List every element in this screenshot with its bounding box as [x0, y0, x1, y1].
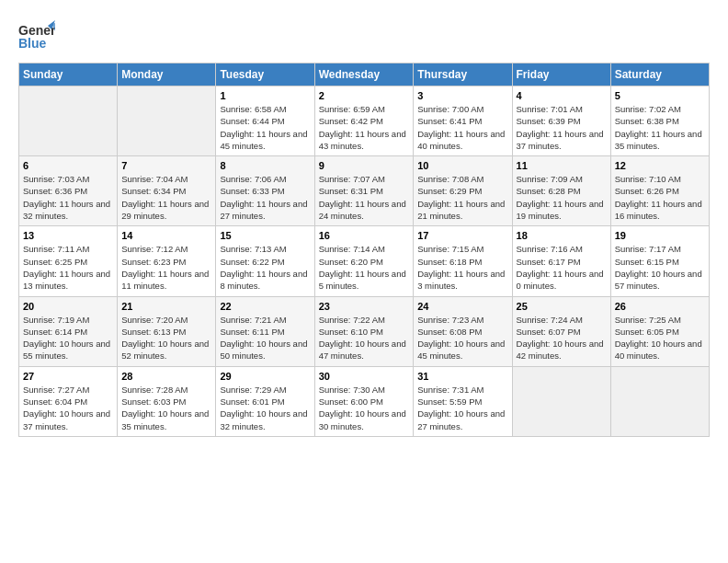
day-info: Sunrise: 7:30 AM Sunset: 6:00 PM Dayligh…	[319, 384, 410, 432]
calendar-cell	[512, 366, 610, 436]
day-number: 4	[517, 90, 607, 101]
day-info: Sunrise: 7:13 AM Sunset: 6:22 PM Dayligh…	[220, 243, 310, 292]
day-number: 23	[319, 301, 410, 312]
week-row-1: 1Sunrise: 6:58 AM Sunset: 6:44 PM Daylig…	[19, 86, 710, 156]
logo: General Blue	[18, 18, 51, 55]
day-number: 22	[220, 301, 310, 312]
calendar-cell: 21Sunrise: 7:20 AM Sunset: 6:13 PM Dayli…	[118, 296, 216, 366]
calendar-cell: 30Sunrise: 7:30 AM Sunset: 6:00 PM Dayli…	[314, 366, 414, 436]
day-info: Sunrise: 7:28 AM Sunset: 6:03 PM Dayligh…	[121, 384, 211, 432]
day-number: 31	[417, 371, 507, 382]
day-info: Sunrise: 7:04 AM Sunset: 6:34 PM Dayligh…	[121, 173, 211, 222]
day-number: 11	[517, 160, 607, 171]
day-info: Sunrise: 7:27 AM Sunset: 6:04 PM Dayligh…	[23, 384, 113, 432]
day-info: Sunrise: 6:59 AM Sunset: 6:42 PM Dayligh…	[319, 103, 410, 152]
calendar-cell: 23Sunrise: 7:22 AM Sunset: 6:10 PM Dayli…	[314, 296, 414, 366]
calendar-cell: 4Sunrise: 7:01 AM Sunset: 6:39 PM Daylig…	[512, 86, 610, 156]
day-info: Sunrise: 7:20 AM Sunset: 6:13 PM Dayligh…	[121, 314, 211, 362]
calendar-cell: 5Sunrise: 7:02 AM Sunset: 6:38 PM Daylig…	[610, 86, 709, 156]
day-info: Sunrise: 7:17 AM Sunset: 6:15 PM Dayligh…	[615, 243, 705, 292]
calendar-cell: 29Sunrise: 7:29 AM Sunset: 6:01 PM Dayli…	[216, 366, 314, 436]
day-number: 26	[615, 301, 705, 312]
day-info: Sunrise: 7:15 AM Sunset: 6:18 PM Dayligh…	[417, 243, 507, 292]
day-info: Sunrise: 7:24 AM Sunset: 6:07 PM Dayligh…	[517, 314, 607, 362]
day-info: Sunrise: 7:23 AM Sunset: 6:08 PM Dayligh…	[417, 314, 507, 362]
day-number: 19	[615, 230, 705, 241]
day-info: Sunrise: 7:29 AM Sunset: 6:01 PM Dayligh…	[220, 384, 310, 432]
day-number: 20	[23, 301, 113, 312]
calendar-cell: 12Sunrise: 7:10 AM Sunset: 6:26 PM Dayli…	[610, 156, 709, 226]
calendar-cell: 11Sunrise: 7:09 AM Sunset: 6:28 PM Dayli…	[512, 156, 610, 226]
day-info: Sunrise: 7:01 AM Sunset: 6:39 PM Dayligh…	[517, 103, 607, 152]
day-info: Sunrise: 7:21 AM Sunset: 6:11 PM Dayligh…	[220, 314, 310, 362]
day-info: Sunrise: 7:25 AM Sunset: 6:05 PM Dayligh…	[615, 314, 705, 362]
day-info: Sunrise: 7:31 AM Sunset: 5:59 PM Dayligh…	[417, 384, 507, 432]
column-header-monday: Monday	[118, 63, 216, 86]
day-info: Sunrise: 7:10 AM Sunset: 6:26 PM Dayligh…	[615, 173, 705, 222]
calendar-cell: 2Sunrise: 6:59 AM Sunset: 6:42 PM Daylig…	[314, 86, 414, 156]
day-info: Sunrise: 7:12 AM Sunset: 6:23 PM Dayligh…	[121, 243, 211, 292]
day-info: Sunrise: 7:02 AM Sunset: 6:38 PM Dayligh…	[615, 103, 705, 152]
calendar-cell	[118, 86, 216, 156]
day-number: 5	[615, 90, 705, 101]
week-row-4: 20Sunrise: 7:19 AM Sunset: 6:14 PM Dayli…	[19, 296, 710, 366]
calendar-cell: 14Sunrise: 7:12 AM Sunset: 6:23 PM Dayli…	[118, 226, 216, 296]
calendar-cell: 25Sunrise: 7:24 AM Sunset: 6:07 PM Dayli…	[512, 296, 610, 366]
day-number: 30	[319, 371, 410, 382]
day-number: 6	[23, 160, 113, 171]
calendar-cell: 27Sunrise: 7:27 AM Sunset: 6:04 PM Dayli…	[19, 366, 118, 436]
day-number: 16	[319, 230, 410, 241]
calendar-header-row: SundayMondayTuesdayWednesdayThursdayFrid…	[19, 63, 710, 86]
calendar-cell: 13Sunrise: 7:11 AM Sunset: 6:25 PM Dayli…	[19, 226, 118, 296]
day-number: 10	[417, 160, 507, 171]
day-number: 13	[23, 230, 113, 241]
calendar-cell: 26Sunrise: 7:25 AM Sunset: 6:05 PM Dayli…	[610, 296, 709, 366]
day-info: Sunrise: 7:16 AM Sunset: 6:17 PM Dayligh…	[517, 243, 607, 292]
day-number: 17	[417, 230, 507, 241]
calendar-cell: 19Sunrise: 7:17 AM Sunset: 6:15 PM Dayli…	[610, 226, 709, 296]
calendar-cell: 20Sunrise: 7:19 AM Sunset: 6:14 PM Dayli…	[19, 296, 118, 366]
day-number: 9	[319, 160, 410, 171]
column-header-tuesday: Tuesday	[216, 63, 314, 86]
day-number: 12	[615, 160, 705, 171]
day-info: Sunrise: 7:07 AM Sunset: 6:31 PM Dayligh…	[319, 173, 410, 222]
calendar-cell: 15Sunrise: 7:13 AM Sunset: 6:22 PM Dayli…	[216, 226, 314, 296]
week-row-3: 13Sunrise: 7:11 AM Sunset: 6:25 PM Dayli…	[19, 226, 710, 296]
day-number: 28	[121, 371, 211, 382]
day-number: 14	[121, 230, 211, 241]
day-number: 29	[220, 371, 310, 382]
column-header-thursday: Thursday	[414, 63, 512, 86]
calendar-cell: 6Sunrise: 7:03 AM Sunset: 6:36 PM Daylig…	[19, 156, 118, 226]
day-info: Sunrise: 7:22 AM Sunset: 6:10 PM Dayligh…	[319, 314, 410, 362]
calendar-table: SundayMondayTuesdayWednesdayThursdayFrid…	[18, 63, 710, 437]
calendar-cell	[610, 366, 709, 436]
day-number: 8	[220, 160, 310, 171]
calendar-cell: 3Sunrise: 7:00 AM Sunset: 6:41 PM Daylig…	[414, 86, 512, 156]
day-number: 2	[319, 90, 410, 101]
calendar-cell: 16Sunrise: 7:14 AM Sunset: 6:20 PM Dayli…	[314, 226, 414, 296]
week-row-5: 27Sunrise: 7:27 AM Sunset: 6:04 PM Dayli…	[19, 366, 710, 436]
calendar-cell: 28Sunrise: 7:28 AM Sunset: 6:03 PM Dayli…	[118, 366, 216, 436]
day-number: 18	[517, 230, 607, 241]
day-info: Sunrise: 7:06 AM Sunset: 6:33 PM Dayligh…	[220, 173, 310, 222]
day-number: 7	[121, 160, 211, 171]
day-info: Sunrise: 7:08 AM Sunset: 6:29 PM Dayligh…	[417, 173, 507, 222]
calendar-cell: 24Sunrise: 7:23 AM Sunset: 6:08 PM Dayli…	[414, 296, 512, 366]
column-header-wednesday: Wednesday	[314, 63, 414, 86]
column-header-saturday: Saturday	[610, 63, 709, 86]
calendar-cell	[19, 86, 118, 156]
calendar-cell: 17Sunrise: 7:15 AM Sunset: 6:18 PM Dayli…	[414, 226, 512, 296]
column-header-sunday: Sunday	[19, 63, 118, 86]
calendar-cell: 9Sunrise: 7:07 AM Sunset: 6:31 PM Daylig…	[314, 156, 414, 226]
day-info: Sunrise: 7:14 AM Sunset: 6:20 PM Dayligh…	[319, 243, 410, 292]
day-number: 1	[220, 90, 310, 101]
day-number: 21	[121, 301, 211, 312]
day-info: Sunrise: 7:11 AM Sunset: 6:25 PM Dayligh…	[23, 243, 113, 292]
week-row-2: 6Sunrise: 7:03 AM Sunset: 6:36 PM Daylig…	[19, 156, 710, 226]
page-header: General Blue	[18, 18, 710, 55]
calendar-cell: 18Sunrise: 7:16 AM Sunset: 6:17 PM Dayli…	[512, 226, 610, 296]
day-info: Sunrise: 7:19 AM Sunset: 6:14 PM Dayligh…	[23, 314, 113, 362]
day-number: 15	[220, 230, 310, 241]
day-number: 3	[417, 90, 507, 101]
day-number: 27	[23, 371, 113, 382]
